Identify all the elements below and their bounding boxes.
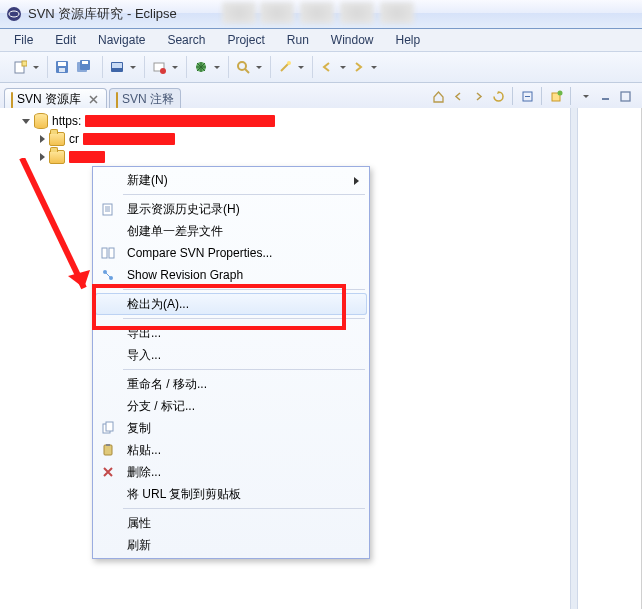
svg-rect-25 (102, 248, 107, 258)
minimize-view-icon[interactable] (596, 87, 614, 105)
debug-button[interactable] (191, 57, 211, 77)
ctx-label: 删除... (121, 464, 357, 481)
view-tabs-row: SVN 资源库 SVN 注释 (0, 83, 642, 110)
redacted-text (69, 151, 105, 163)
menu-file[interactable]: File (4, 31, 43, 49)
ctx-compare-props[interactable]: Compare SVN Properties... (95, 242, 367, 264)
new-button[interactable] (10, 57, 30, 77)
ctx-branch-tag[interactable]: 分支 / 标记... (95, 395, 367, 417)
tab-label: SVN 资源库 (17, 91, 81, 108)
svg-rect-9 (82, 61, 88, 64)
titlebar-blur (380, 2, 414, 24)
menu-separator (123, 289, 365, 290)
dropdown-caret-icon[interactable] (371, 66, 377, 69)
dropdown-caret-icon[interactable] (130, 66, 136, 69)
save-all-button[interactable] (74, 57, 94, 77)
refresh-yellow-icon[interactable] (489, 87, 507, 105)
svg-rect-31 (106, 422, 113, 431)
svg-rect-23 (621, 92, 630, 101)
menu-window[interactable]: Window (321, 31, 384, 49)
svg-rect-22 (602, 98, 609, 100)
vertical-splitter[interactable] (570, 108, 578, 609)
twisty-open-icon[interactable] (22, 119, 30, 124)
ctx-delete[interactable]: 删除... (95, 461, 367, 483)
close-icon[interactable] (87, 93, 100, 106)
forward-arrow-icon[interactable] (469, 87, 487, 105)
tab-svn-annotate[interactable]: SVN 注释 (109, 88, 181, 110)
collapse-all-icon[interactable] (518, 87, 536, 105)
delete-icon (95, 465, 121, 479)
ctx-create-patch[interactable]: 创建单一差异文件 (95, 220, 367, 242)
svg-line-16 (245, 69, 249, 73)
ctx-label: 将 URL 复制到剪贴板 (121, 486, 357, 503)
main-toolbar (0, 52, 642, 83)
ctx-copy-url[interactable]: 将 URL 复制到剪贴板 (95, 483, 367, 505)
ctx-revision-graph[interactable]: Show Revision Graph (95, 264, 367, 286)
menu-edit[interactable]: Edit (45, 31, 86, 49)
svg-point-15 (238, 62, 246, 70)
menu-help[interactable]: Help (386, 31, 431, 49)
dropdown-caret-icon[interactable] (298, 66, 304, 69)
ctx-label: 创建单一差异文件 (121, 223, 357, 240)
console-button[interactable] (107, 57, 127, 77)
maximize-view-icon[interactable] (616, 87, 634, 105)
ctx-label: 显示资源历史记录(H) (121, 201, 357, 218)
titlebar-blur (340, 2, 374, 24)
ctx-properties[interactable]: 属性 (95, 512, 367, 534)
context-menu: 新建(N) 显示资源历史记录(H) 创建单一差异文件 Compare SVN P… (92, 166, 370, 559)
search-button[interactable] (233, 57, 253, 77)
ctx-rename-move[interactable]: 重命名 / 移动... (95, 373, 367, 395)
menu-project[interactable]: Project (217, 31, 274, 49)
tree-node[interactable]: cr (4, 130, 637, 148)
compare-icon (95, 246, 121, 260)
dropdown-caret-icon[interactable] (172, 66, 178, 69)
menu-navigate[interactable]: Navigate (88, 31, 155, 49)
titlebar-blur (222, 2, 256, 24)
view-menu-icon[interactable] (576, 87, 594, 105)
ctx-label: Show Revision Graph (121, 268, 357, 282)
back-button[interactable] (317, 57, 337, 77)
ctx-label: 分支 / 标记... (121, 398, 357, 415)
folder-icon (49, 150, 65, 164)
dropdown-caret-icon[interactable] (33, 66, 39, 69)
title-bar: SVN 资源库研究 - Eclipse (0, 0, 642, 29)
forward-button[interactable] (348, 57, 368, 77)
ctx-copy[interactable]: 复制 (95, 417, 367, 439)
menu-run[interactable]: Run (277, 31, 319, 49)
svg-rect-33 (106, 444, 110, 446)
redacted-text (85, 115, 275, 127)
svg-rect-11 (112, 63, 122, 68)
svg-point-17 (287, 61, 291, 65)
eclipse-icon (6, 6, 22, 22)
ctx-export[interactable]: 导出... (95, 322, 367, 344)
menu-separator (123, 194, 365, 195)
twisty-closed-icon[interactable] (40, 153, 45, 161)
back-arrow-icon[interactable] (449, 87, 467, 105)
tree-root[interactable]: https: (4, 112, 637, 130)
redacted-text (83, 133, 175, 145)
menu-search[interactable]: Search (157, 31, 215, 49)
commit-button[interactable] (149, 57, 169, 77)
repo-tree[interactable]: https: cr (0, 108, 641, 170)
ctx-paste[interactable]: 粘贴... (95, 439, 367, 461)
ctx-label: 新建(N) (121, 172, 357, 189)
twisty-closed-icon[interactable] (40, 135, 45, 143)
dropdown-caret-icon[interactable] (214, 66, 220, 69)
tab-svn-repo[interactable]: SVN 资源库 (4, 88, 107, 110)
ctx-checkout-as[interactable]: 检出为(A)... (95, 293, 367, 315)
ctx-history[interactable]: 显示资源历史记录(H) (95, 198, 367, 220)
ctx-import[interactable]: 导入... (95, 344, 367, 366)
dropdown-caret-icon[interactable] (256, 66, 262, 69)
wizard-button[interactable] (275, 57, 295, 77)
home-icon[interactable] (429, 87, 447, 105)
ctx-new[interactable]: 新建(N) (95, 169, 367, 191)
tree-label: cr (69, 132, 79, 146)
ctx-label: 重命名 / 移动... (121, 376, 357, 393)
ctx-refresh[interactable]: 刷新 (95, 534, 367, 556)
new-repo-icon[interactable] (547, 87, 565, 105)
dropdown-caret-icon[interactable] (340, 66, 346, 69)
ctx-label: 刷新 (121, 537, 357, 554)
submenu-arrow-icon (354, 177, 359, 185)
tree-node[interactable] (4, 148, 637, 166)
save-button[interactable] (52, 57, 72, 77)
